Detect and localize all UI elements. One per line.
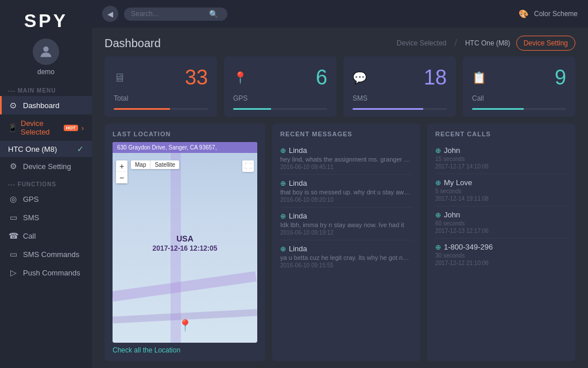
device-selected-label: Device Selected xyxy=(21,119,59,136)
sidebar-item-label: SMS xyxy=(23,213,39,222)
breadcrumb-separator: / xyxy=(454,38,457,48)
call-time: 2017-12-12 21:10:06 xyxy=(435,260,567,266)
call-duration: 15 seconds xyxy=(435,156,567,162)
sidebar-item-sms-commands[interactable]: ▭ SMS Commands xyxy=(0,245,92,263)
sidebar-item-label: Dashboard xyxy=(23,101,60,110)
panels: LAST LOCATION 630 Graydon Drive, Sanger,… xyxy=(92,124,588,368)
device-name-label: HTC One (M8) xyxy=(8,145,57,154)
search-icon: 🔍 xyxy=(209,10,218,18)
check-location-link[interactable]: Check all the Location xyxy=(113,346,257,354)
zoom-in-button[interactable]: + xyxy=(116,160,127,172)
map-expand-button[interactable]: ⛶ xyxy=(242,160,254,172)
call-item[interactable]: ⊕ My Love 5 seconds 2017-12-14 19:11:08 xyxy=(435,174,567,206)
message-text: ya u betta cuz he legit cray. Its why he… xyxy=(280,254,412,261)
call-log-icon: 📋 xyxy=(472,71,486,85)
message-time: 2016-06-10 09:20:10 xyxy=(280,197,412,203)
call-value: 9 xyxy=(555,66,566,90)
messages-panel: RECENT MESSAGES ⊕ Linda hey lind, whats … xyxy=(272,124,420,361)
topbar-right: 🎨 Color Scheme xyxy=(519,9,578,18)
check-icon: ✓ xyxy=(77,144,84,154)
sidebar-item-push-commands[interactable]: ▷ Push Commands xyxy=(0,263,92,282)
map-type-satellite[interactable]: Satellite xyxy=(150,160,179,169)
messages-list: ⊕ Linda hey lind, whats the assignment m… xyxy=(280,142,412,354)
page-title: Dashboard xyxy=(105,37,161,50)
sidebar-item-label: GPS xyxy=(23,195,38,204)
message-time: 2016-06-10 09:45:11 xyxy=(280,164,412,170)
sidebar-device-name[interactable]: HTC One (M8) ✓ xyxy=(0,141,92,157)
contact-icon: ⊕ xyxy=(435,211,441,219)
calls-panel: RECENT CALLS ⊕ John 15 seconds 2017-12-1… xyxy=(427,124,575,361)
map-road-1 xyxy=(113,271,257,302)
dashboard-header: Dashboard Device Selected / HTC One (M8)… xyxy=(92,28,588,56)
total-bar xyxy=(114,108,208,110)
contact-icon: ⊕ xyxy=(280,147,286,155)
call-time: 2017-12-13 12:17:06 xyxy=(435,228,567,234)
stat-card-call: 📋 9 Call xyxy=(463,56,575,117)
color-scheme-label[interactable]: Color Scheme xyxy=(534,10,578,18)
sms-commands-icon: ▭ xyxy=(8,250,18,259)
stat-card-sms: 💬 18 SMS xyxy=(343,56,456,117)
map-type-map[interactable]: Map xyxy=(131,160,150,169)
map-address-overlay: 630 Graydon Drive, Sanger, CA 93657, xyxy=(113,142,257,153)
map-zoom-controls: + − xyxy=(116,160,127,183)
total-label: Total xyxy=(114,94,208,102)
color-scheme-icon: 🎨 xyxy=(519,9,528,18)
svg-point-0 xyxy=(43,47,48,52)
sidebar-item-label: Call xyxy=(23,232,36,240)
gear-icon: ⚙ xyxy=(8,162,18,171)
device-setting-button[interactable]: Device Setting xyxy=(516,36,575,51)
search-input[interactable] xyxy=(131,10,206,18)
breadcrumb-device-selected: Device Selected xyxy=(397,39,447,47)
functions-label: --- FUNCTIONS xyxy=(0,175,92,190)
sidebar-item-device-selected[interactable]: 📱 Device Selected HOT › xyxy=(0,114,92,141)
map-country: USA xyxy=(153,234,218,243)
username: demo xyxy=(37,68,55,76)
sidebar-item-label: Push Commands xyxy=(23,269,80,277)
contact-icon: ⊕ xyxy=(435,243,441,251)
gps-label: GPS xyxy=(233,94,327,102)
search-box: 🔍 xyxy=(124,7,227,21)
map-pin-icon: 📍 xyxy=(178,319,192,332)
chevron-right-icon: › xyxy=(82,124,84,132)
message-text: Idk tbh, imma try n stay away now. Ive h… xyxy=(280,221,412,228)
call-time: 2017-12-14 19:11:08 xyxy=(435,195,567,202)
calls-list: ⊕ John 15 seconds 2017-12-17 14:10:06 ⊕ … xyxy=(435,142,567,354)
breadcrumb-device: HTC One (M8) xyxy=(465,39,510,47)
sidebar-item-call[interactable]: ☎ Call xyxy=(0,227,92,245)
map-address: 630 Graydon Drive, Sanger, CA 93657, xyxy=(117,144,216,151)
stat-card-gps: 📍 6 GPS xyxy=(224,56,336,117)
contact-icon: ⊕ xyxy=(280,179,286,187)
hot-badge: HOT xyxy=(64,125,78,131)
message-item[interactable]: ⊕ Linda ya u betta cuz he legit cray. It… xyxy=(280,240,412,273)
avatar xyxy=(33,39,59,65)
gps-icon: ◎ xyxy=(8,194,18,204)
sidebar-item-label: SMS Commands xyxy=(23,250,79,259)
sms-label: SMS xyxy=(353,94,447,102)
message-item[interactable]: ⊕ Linda that boy is so messed up. why dn… xyxy=(280,175,412,208)
message-item[interactable]: ⊕ Linda hey lind, whats the assignment m… xyxy=(280,142,412,175)
call-item[interactable]: ⊕ 1-800-349-296 30 seconds 2017-12-12 21… xyxy=(435,239,567,270)
contact-icon: ⊕ xyxy=(435,147,441,155)
call-bar xyxy=(472,108,566,110)
message-contact-name: ⊕ Linda xyxy=(280,179,412,187)
stat-cards: 🖥 33 Total 📍 6 GPS 💬 18 SMS 📋 xyxy=(92,56,588,124)
call-icon: ☎ xyxy=(8,231,18,240)
back-button[interactable]: ◀ xyxy=(102,6,118,22)
sidebar-item-gps[interactable]: ◎ GPS xyxy=(0,190,92,208)
call-item[interactable]: ⊕ John 15 seconds 2017-12-17 14:10:06 xyxy=(435,142,567,174)
gps-bar xyxy=(233,108,327,110)
messages-panel-title: RECENT MESSAGES xyxy=(280,131,412,137)
sidebar-item-device-setting[interactable]: ⚙ Device Setting xyxy=(0,157,92,175)
contact-icon: ⊕ xyxy=(435,179,441,187)
message-item[interactable]: ⊕ Linda Idk tbh, imma try n stay away no… xyxy=(280,208,412,240)
sms-value: 18 xyxy=(424,66,447,90)
sidebar-item-dashboard[interactable]: ⊙ Dashboard xyxy=(0,96,92,114)
message-time: 2016-06-10 09:19:12 xyxy=(280,229,412,236)
call-duration: 60 seconds xyxy=(435,220,567,227)
sms-icon: ▭ xyxy=(8,213,18,222)
main-content: ◀ 🔍 🎨 Color Scheme Dashboard Device Sele… xyxy=(92,0,588,368)
message-contact-name: ⊕ Linda xyxy=(280,146,412,155)
call-item[interactable]: ⊕ John 60 seconds 2017-12-13 12:17:06 xyxy=(435,206,567,239)
zoom-out-button[interactable]: − xyxy=(116,172,127,183)
sidebar-item-sms[interactable]: ▭ SMS xyxy=(0,208,92,227)
